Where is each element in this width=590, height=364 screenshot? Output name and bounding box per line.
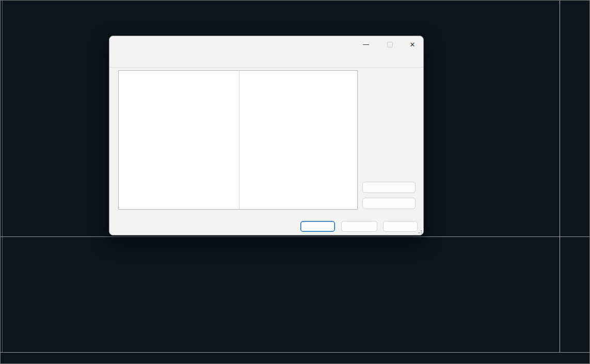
column-divider: [239, 71, 240, 209]
reset-button[interactable]: [383, 221, 418, 232]
load-button[interactable]: [362, 182, 416, 193]
indicator-properties-dialog: — ✕: [109, 36, 424, 235]
time-axis-separator: [1, 352, 590, 353]
resize-grip[interactable]: [417, 228, 422, 233]
table-header: [119, 71, 357, 84]
mt5-chart-window: — ✕: [0, 0, 590, 364]
close-icon[interactable]: ✕: [405, 39, 420, 50]
maximize-icon[interactable]: [382, 39, 397, 50]
panel-separator[interactable]: [1, 236, 590, 237]
minimize-icon[interactable]: —: [358, 39, 374, 50]
cancel-button[interactable]: [341, 221, 377, 232]
chart-frame-line: [2, 1, 3, 352]
price-axis-line: [560, 1, 560, 352]
save-button[interactable]: [362, 198, 416, 209]
inputs-table: [118, 70, 358, 210]
ok-button[interactable]: [300, 221, 335, 232]
tab-underline: [109, 67, 423, 68]
